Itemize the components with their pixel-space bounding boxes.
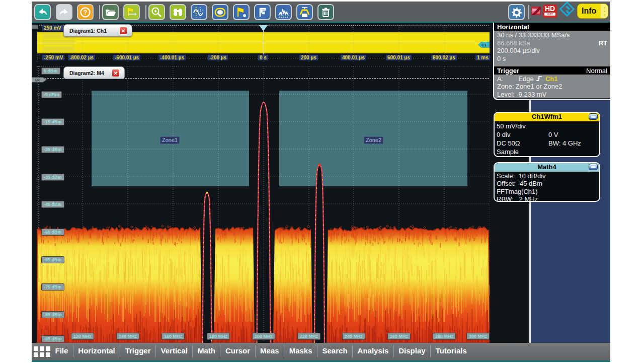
svg-text:?: ? [84, 9, 88, 16]
svg-text:M4: M4 [35, 79, 40, 82]
svg-text:C1: C1 [481, 43, 487, 47]
